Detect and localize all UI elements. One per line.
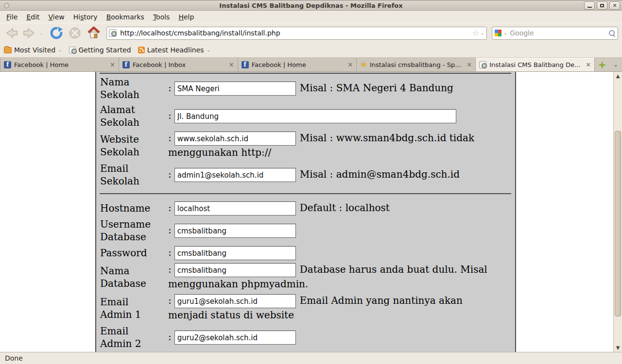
- field-label: Nama Database: [100, 265, 161, 290]
- url-bar[interactable]: http://localhost/cmsbalitbang/install/in…: [106, 27, 487, 40]
- tab-facebook-home-2[interactable]: f Facebook | Home ✕: [238, 58, 357, 71]
- field-hint: Default : localhost: [300, 202, 390, 214]
- browser-content: Nama Sekolah :Misal : SMA Negeri 4 Bandu…: [0, 72, 622, 352]
- list-all-tabs-button[interactable]: ⌄: [609, 58, 622, 71]
- menu-tools[interactable]: Tools: [149, 12, 174, 22]
- bookmarks-toolbar: Most Visited ⌄ Getting Started Latest He…: [0, 43, 622, 58]
- tab-bar: f Facebook | Home ✕ f Facebook | Inbox ✕…: [0, 58, 622, 72]
- password-input[interactable]: [174, 246, 296, 260]
- form-row-username-database: Username Database :: [100, 218, 501, 243]
- field-label: Alamat Sekolah: [100, 103, 161, 129]
- email-sekolah-input[interactable]: [174, 168, 296, 182]
- url-text[interactable]: http://localhost/cmsbalitbang/install/in…: [120, 29, 472, 37]
- minimize-icon: [587, 7, 592, 8]
- maximize-button[interactable]: [597, 1, 607, 10]
- menu-bar: File Edit View History Bookmarks Tools H…: [0, 11, 622, 23]
- field-hint: Misal : admin@sman4bdg.sch.id: [300, 168, 460, 180]
- menu-history[interactable]: History: [69, 12, 102, 22]
- page-favicon-icon: [109, 29, 117, 37]
- back-icon: [4, 26, 19, 40]
- form-row-nama-database: Nama Database :Database harus anda buat …: [100, 263, 501, 291]
- stop-button[interactable]: [68, 26, 82, 40]
- tab-close-icon[interactable]: ✕: [348, 61, 353, 68]
- window-title: Instalasi CMS Balitbang Depdiknas - Mozi…: [0, 2, 622, 9]
- tab-close-icon[interactable]: ✕: [229, 61, 234, 68]
- facebook-icon: f: [242, 61, 249, 68]
- hostname-input[interactable]: [174, 201, 296, 215]
- bookmark-getting-started[interactable]: Getting Started: [69, 46, 131, 54]
- scroll-down-icon[interactable]: ▼: [614, 344, 622, 352]
- field-label: Email Admin 1: [100, 296, 161, 321]
- folder-icon: [4, 47, 12, 53]
- section-divider: [100, 73, 511, 74]
- back-forward-dropdown[interactable]: ⌄: [39, 31, 43, 35]
- field-label: Email Admin 2: [100, 325, 161, 350]
- tab-close-icon[interactable]: ✕: [466, 61, 472, 68]
- chevron-down-icon: ⌄: [207, 48, 211, 52]
- tab-facebook-inbox[interactable]: f Facebook | Inbox ✕: [119, 58, 238, 71]
- form-row-email-sekolah: Email Sekolah :Misal : admin@sman4bdg.sc…: [100, 162, 501, 187]
- google-engine-icon: [495, 30, 501, 36]
- alamat-sekolah-input[interactable]: [174, 109, 456, 123]
- tab-facebook-home-1[interactable]: f Facebook | Home ✕: [0, 58, 119, 71]
- field-label: Nama Sekolah: [100, 76, 161, 101]
- vertical-scrollbar[interactable]: ▲ ▼: [613, 72, 622, 352]
- chevron-down-icon: ⌄: [58, 48, 62, 52]
- form-row-hostname: Hostname :Default : localhost: [100, 201, 501, 215]
- search-icon[interactable]: [608, 30, 615, 36]
- scroll-up-icon[interactable]: ▲: [614, 72, 622, 80]
- close-button[interactable]: ✕: [609, 1, 620, 10]
- menu-bookmarks[interactable]: Bookmarks: [102, 12, 149, 22]
- form-row-alamat-sekolah: Alamat Sekolah :: [100, 103, 501, 129]
- home-button[interactable]: [87, 26, 101, 40]
- minimize-button[interactable]: [584, 1, 595, 10]
- scrollbar-thumb[interactable]: [615, 131, 621, 316]
- field-hint: Misal : SMA Negeri 4 Bandung: [300, 82, 453, 94]
- form-row-email-admin-2: Email Admin 2 :: [100, 325, 501, 350]
- bookmark-star-icon[interactable]: ☆: [472, 29, 479, 37]
- reload-button[interactable]: [49, 26, 64, 40]
- email-admin2-input[interactable]: [174, 331, 296, 345]
- navigation-toolbar: ⌄ http://localhost/cmsbalitbang/install/…: [0, 23, 622, 43]
- facebook-icon: f: [122, 61, 130, 68]
- menu-help[interactable]: Help: [174, 12, 198, 22]
- email-admin1-input[interactable]: [174, 294, 296, 308]
- tab-close-icon[interactable]: ✕: [110, 61, 115, 68]
- menu-edit[interactable]: Edit: [22, 12, 44, 22]
- tab-instalasi-search[interactable]: ★ Instalasi cmsbalitbang - Sp... ✕: [357, 58, 476, 71]
- bookmark-latest-headlines[interactable]: Latest Headlines ⌄: [138, 46, 211, 54]
- menu-view[interactable]: View: [44, 12, 69, 22]
- field-label: Username Database: [100, 218, 161, 243]
- nama-sekolah-input[interactable]: [174, 82, 296, 96]
- back-button[interactable]: [4, 26, 19, 40]
- website-sekolah-input[interactable]: [174, 132, 296, 146]
- page-icon: [69, 47, 76, 53]
- page-icon: [479, 61, 486, 68]
- menu-file[interactable]: File: [2, 12, 22, 22]
- search-box[interactable]: ⌄ Google: [492, 27, 618, 40]
- stop-icon: [68, 26, 82, 40]
- forward-button[interactable]: [21, 26, 37, 40]
- tab-instalasi-cms-active[interactable]: Instalasi CMS Balitbang De... ✕: [476, 58, 595, 71]
- reload-icon: [49, 26, 64, 40]
- url-dropdown-icon[interactable]: ⌄: [480, 31, 484, 35]
- field-label: Website Sekolah: [100, 133, 161, 158]
- field-label: Password: [100, 247, 161, 259]
- form-row-nama-sekolah: Nama Sekolah :Misal : SMA Negeri 4 Bandu…: [100, 76, 501, 101]
- rss-feed-icon: [138, 47, 145, 53]
- section-divider: [100, 193, 511, 194]
- nama-database-input[interactable]: [174, 263, 296, 277]
- bookmark-most-visited[interactable]: Most Visited ⌄: [4, 46, 62, 54]
- username-database-input[interactable]: [174, 224, 296, 238]
- search-engine-dropdown-icon[interactable]: ⌄: [503, 31, 508, 35]
- search-input[interactable]: Google: [510, 29, 606, 37]
- maximize-icon: [600, 4, 604, 7]
- status-bar: Done: [0, 352, 622, 364]
- install-form-box: Nama Sekolah :Misal : SMA Negeri 4 Bandu…: [95, 72, 516, 352]
- new-tab-button[interactable]: +: [595, 58, 609, 71]
- tab-close-icon[interactable]: ✕: [586, 61, 591, 68]
- form-row-website-sekolah: Website Sekolah :Misal : www.sman4bdg.sc…: [100, 131, 501, 160]
- form-row-password: Password :: [100, 246, 501, 260]
- forward-icon: [21, 26, 37, 40]
- status-text: Done: [5, 354, 23, 362]
